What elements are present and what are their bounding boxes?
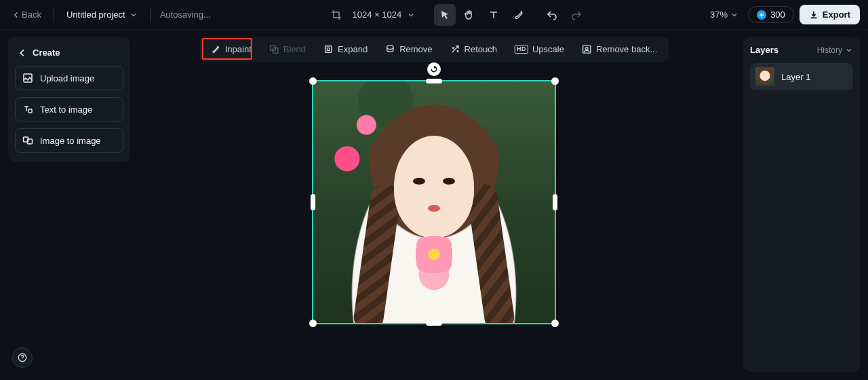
upload-image-button[interactable]: Upload image — [15, 66, 123, 90]
layer-item[interactable]: Layer 1 — [750, 63, 853, 90]
image-to-image-label: Image to image — [40, 136, 101, 146]
resize-handle-left[interactable] — [311, 194, 315, 210]
back-button[interactable]: Back — [8, 7, 45, 22]
create-header[interactable]: Create — [15, 45, 123, 66]
credits-value: 300 — [770, 10, 785, 20]
inpaint-label: Inpaint — [225, 44, 252, 54]
resize-handle-tr[interactable] — [551, 77, 559, 85]
brush-tool[interactable] — [507, 4, 529, 26]
text-tool[interactable] — [483, 4, 505, 26]
project-name-label: Untitled project — [66, 10, 125, 20]
hand-tool[interactable] — [458, 4, 480, 26]
create-label: Create — [33, 48, 60, 58]
svg-rect-6 — [326, 46, 332, 52]
inpaint-tool[interactable]: Inpaint — [203, 39, 260, 59]
svg-point-7 — [387, 45, 393, 50]
remove-label: Remove — [399, 44, 432, 54]
image-to-image-button[interactable]: Image to image — [15, 128, 123, 153]
blend-tool: Blend — [261, 39, 314, 59]
upscale-label: Upscale — [532, 44, 564, 54]
credits-pill[interactable]: 300 — [748, 6, 794, 23]
blend-label: Blend — [283, 44, 306, 54]
layers-panel: Layers History Layer 1 — [743, 37, 860, 372]
resize-handle-top[interactable] — [426, 79, 442, 83]
create-panel: Create Upload image Text to image Image … — [8, 37, 130, 162]
canvas-dimensions-label: 1024 × 1024 — [353, 10, 402, 20]
selected-layer[interactable] — [312, 80, 556, 324]
upscale-tool[interactable]: HD Upscale — [507, 39, 572, 59]
autosave-status: Autosaving... — [159, 7, 212, 22]
export-label: Export — [823, 10, 850, 20]
remove-background-tool[interactable]: Remove back... — [574, 39, 665, 59]
resize-handle-right[interactable] — [553, 194, 557, 210]
retouch-tool[interactable]: Retouch — [442, 39, 505, 59]
layer-label: Layer 1 — [781, 72, 810, 82]
hd-icon: HD — [515, 45, 528, 54]
text-to-image-button[interactable]: Text to image — [15, 97, 123, 121]
history-label: History — [817, 45, 842, 55]
layers-title: Layers — [750, 45, 778, 55]
resize-handle-bottom[interactable] — [426, 321, 442, 326]
text-to-image-label: Text to image — [40, 104, 92, 115]
back-label: Back — [22, 10, 41, 20]
canvas-image[interactable] — [313, 81, 555, 323]
project-name-dropdown[interactable]: Untitled project — [62, 7, 142, 22]
remove-background-label: Remove back... — [596, 44, 657, 54]
credits-icon — [757, 10, 766, 20]
resize-handle-bl[interactable] — [309, 320, 317, 327]
selection-frame — [312, 80, 556, 324]
retouch-label: Retouch — [465, 44, 497, 54]
expand-tool[interactable]: Expand — [315, 39, 376, 59]
crop-icon[interactable] — [331, 10, 342, 20]
divider — [150, 7, 151, 22]
zoom-value: 37% — [710, 10, 728, 20]
rotate-handle[interactable] — [427, 62, 441, 76]
zoom-dropdown[interactable]: 37% — [706, 7, 743, 22]
context-toolbar: Inpaint Blend Expand Remove Retouch HD U… — [200, 37, 669, 62]
expand-label: Expand — [338, 44, 368, 54]
redo-button[interactable] — [566, 4, 587, 26]
svg-point-9 — [586, 48, 589, 50]
history-dropdown[interactable]: History — [817, 45, 853, 55]
remove-tool[interactable]: Remove — [377, 39, 440, 59]
resize-handle-tl[interactable] — [309, 77, 317, 85]
select-tool[interactable] — [434, 4, 456, 26]
canvas-dimensions-dropdown[interactable]: 1024 × 1024 — [349, 7, 420, 22]
layer-thumbnail — [755, 67, 774, 86]
resize-handle-br[interactable] — [551, 320, 559, 327]
svg-rect-1 — [28, 109, 32, 113]
upload-image-label: Upload image — [40, 73, 94, 83]
divider — [54, 7, 54, 22]
help-button[interactable] — [12, 347, 33, 368]
undo-button[interactable] — [541, 4, 563, 26]
export-button[interactable]: Export — [800, 5, 860, 24]
top-bar: Back Untitled project Autosaving... 1024… — [0, 0, 868, 30]
